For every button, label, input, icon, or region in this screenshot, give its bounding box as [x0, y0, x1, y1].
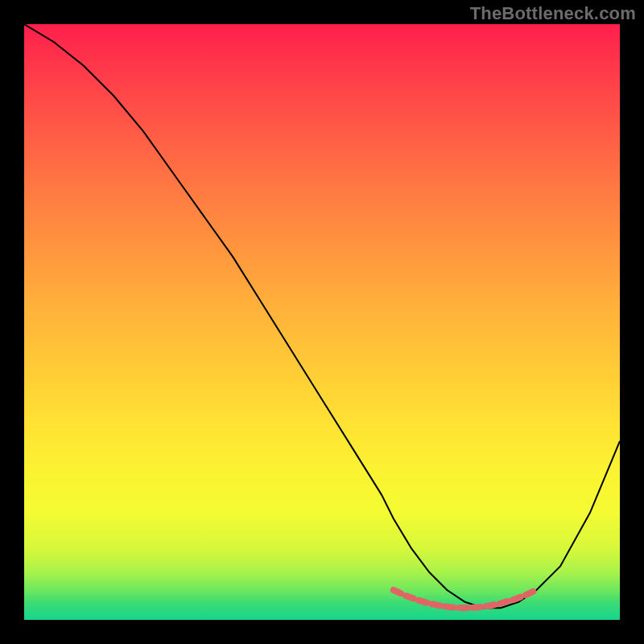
plot-area: [24, 24, 620, 620]
highlight-line: [394, 590, 537, 608]
optimal-range-highlight: [24, 24, 620, 620]
watermark-text: TheBottleneck.com: [470, 3, 636, 24]
chart-frame: TheBottleneck.com: [0, 0, 644, 644]
